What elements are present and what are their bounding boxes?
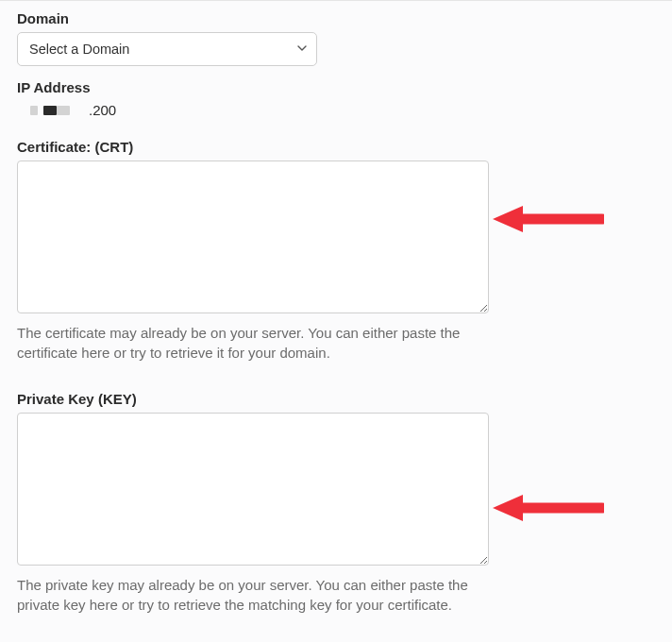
domain-select[interactable]: Select a Domain	[17, 32, 317, 66]
crt-textarea[interactable]	[17, 160, 489, 313]
redacted-block	[57, 106, 70, 115]
domain-label: Domain	[17, 10, 655, 26]
annotation-arrow-icon	[491, 203, 604, 235]
key-textarea[interactable]	[17, 413, 489, 566]
crt-label: Certificate: (CRT)	[17, 139, 655, 155]
annotation-arrow-icon	[491, 492, 604, 524]
domain-select-wrapper: Select a Domain	[17, 32, 317, 66]
key-helptext: The private key may already be on your s…	[17, 575, 484, 615]
redacted-block	[43, 106, 57, 115]
ip-value: .200	[89, 102, 116, 118]
ip-label: IP Address	[17, 79, 655, 95]
svg-marker-1	[493, 206, 523, 232]
redacted-block	[30, 106, 38, 115]
crt-section: Certificate: (CRT) The certificate may a…	[17, 139, 655, 363]
crt-helptext: The certificate may already be on your s…	[17, 323, 484, 363]
ip-value-row: .200	[17, 102, 655, 118]
domain-section: Domain Select a Domain	[17, 10, 655, 66]
key-label: Private Key (KEY)	[17, 391, 655, 407]
svg-marker-3	[493, 495, 523, 521]
ip-section: IP Address .200	[17, 79, 655, 118]
